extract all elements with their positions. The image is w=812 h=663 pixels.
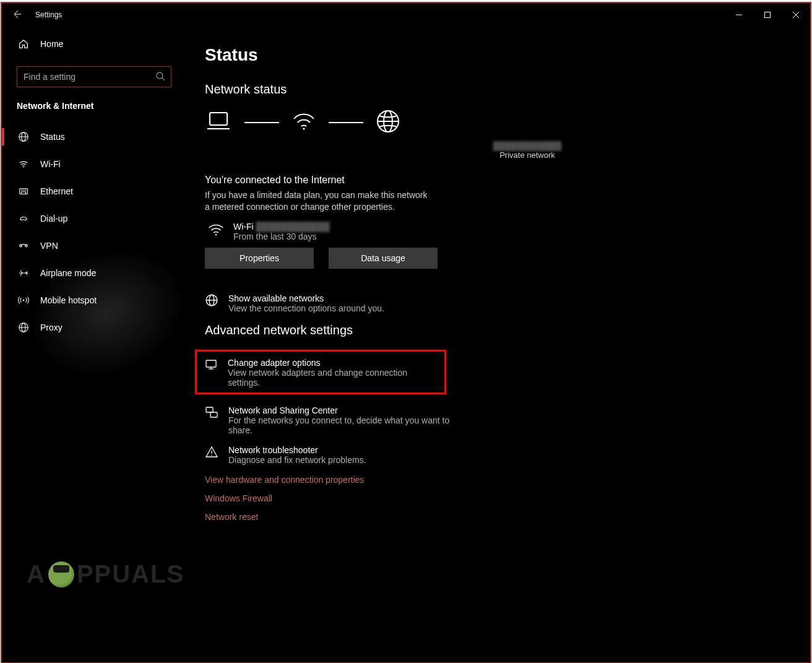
- sidebar-item-label: Airplane mode: [40, 268, 96, 278]
- svg-point-4: [157, 72, 163, 79]
- network-status-heading: Network status: [205, 82, 810, 97]
- back-button[interactable]: [6, 9, 28, 21]
- window-title: Settings: [35, 11, 62, 19]
- airplane-icon: [17, 267, 30, 279]
- troubleshoot-desc: Diagnose and fix network problems.: [228, 455, 366, 465]
- show-available-desc: View the connection options around you.: [228, 303, 384, 313]
- globe-icon: [17, 131, 30, 142]
- svg-rect-23: [210, 113, 227, 125]
- home-nav[interactable]: Home: [2, 30, 186, 58]
- sidebar-item-label: Proxy: [40, 323, 63, 332]
- maximize-button[interactable]: [753, 3, 782, 27]
- sidebar-item-wifi[interactable]: Wi-Fi: [2, 150, 186, 178]
- titlebar-left: Settings: [6, 9, 62, 21]
- wifi-label: Wi-Fi: [233, 222, 254, 232]
- search-wrap: [17, 66, 171, 87]
- wifi-icon: [207, 223, 225, 240]
- link-network-reset[interactable]: Network reset: [205, 512, 810, 522]
- ethernet-icon: [17, 186, 30, 197]
- sidebar-item-ethernet[interactable]: Ethernet: [2, 178, 186, 205]
- page-title: Status: [205, 45, 810, 65]
- dialup-icon: [17, 213, 30, 224]
- svg-point-38: [211, 454, 212, 456]
- window-controls: [725, 3, 810, 27]
- category-label: Network & Internet: [2, 100, 186, 117]
- sidebar-item-dialup[interactable]: Dial-up: [2, 205, 186, 232]
- network-diagram: [205, 109, 810, 136]
- wifi-ssid-blurred: ████████████: [256, 222, 330, 232]
- svg-point-24: [303, 128, 304, 129]
- advanced-heading: Advanced network settings: [205, 323, 810, 337]
- svg-line-5: [162, 78, 165, 80]
- diagram-line: [329, 122, 363, 124]
- svg-rect-32: [206, 360, 216, 367]
- sidebar-item-label: Dial-up: [40, 214, 67, 223]
- show-available-title: Show available networks: [228, 293, 384, 303]
- wifi-subtext: From the last 30 days: [233, 232, 330, 241]
- change-adapter-title: Change adapter options: [228, 358, 437, 368]
- change-adapter-desc: View network adapters and change connect…: [228, 368, 437, 388]
- svg-rect-35: [206, 407, 213, 412]
- sidebar-item-proxy[interactable]: Proxy: [2, 314, 186, 341]
- svg-rect-10: [20, 189, 28, 194]
- content: Status Network status ████████████ Priva…: [186, 27, 810, 662]
- connected-desc: If you have a limited data plan, you can…: [205, 189, 428, 213]
- settings-window: Settings Home: [1, 2, 811, 663]
- watermark-logo-icon: [48, 561, 74, 587]
- svg-point-19: [23, 300, 25, 301]
- sidebar: Home Network & Internet Status: [2, 27, 186, 662]
- sidebar-item-label: VPN: [40, 241, 58, 251]
- adapter-icon: [204, 358, 218, 374]
- wifi-row: Wi-Fi ████████████ From the last 30 days: [205, 222, 810, 241]
- sidebar-item-hotspot[interactable]: Mobile hotspot: [2, 287, 186, 314]
- sidebar-item-status[interactable]: Status: [2, 123, 186, 150]
- network-troubleshooter[interactable]: Network troubleshooter Diagnose and fix …: [205, 445, 465, 465]
- globe-diagram-icon: [376, 109, 400, 136]
- svg-rect-36: [210, 412, 217, 417]
- data-usage-button[interactable]: Data usage: [329, 248, 438, 269]
- network-name-blurred: ████████████: [244, 141, 810, 150]
- sharing-desc: For the networks you connect to, decide …: [228, 415, 465, 435]
- sharing-title: Network and Sharing Center: [228, 405, 465, 415]
- diagram-line: [244, 122, 279, 124]
- home-icon: [17, 38, 30, 50]
- troubleshoot-title: Network troubleshooter: [228, 445, 366, 455]
- link-windows-firewall[interactable]: Windows Firewall: [205, 493, 810, 503]
- sidebar-item-label: Mobile hotspot: [40, 295, 97, 305]
- highlight-annotation: Change adapter options View network adap…: [195, 350, 446, 394]
- close-button[interactable]: [782, 3, 810, 27]
- properties-button[interactable]: Properties: [205, 248, 314, 269]
- sidebar-item-label: Status: [40, 132, 65, 142]
- svg-point-9: [23, 167, 24, 168]
- wifi-icon: [17, 158, 30, 170]
- laptop-icon: [205, 110, 232, 135]
- svg-rect-11: [21, 192, 25, 194]
- sharing-icon: [205, 405, 218, 422]
- titlebar: Settings: [2, 3, 810, 27]
- proxy-icon: [17, 322, 30, 333]
- hotspot-icon: [17, 295, 30, 306]
- wifi-text: Wi-Fi ████████████ From the last 30 days: [233, 222, 330, 241]
- network-sharing-center[interactable]: Network and Sharing Center For the netwo…: [205, 405, 465, 435]
- diagram-labels: ████████████ Private network: [244, 141, 810, 160]
- show-available-networks[interactable]: Show available networks View the connect…: [205, 293, 465, 313]
- change-adapter-options[interactable]: Change adapter options View network adap…: [204, 358, 437, 388]
- sidebar-item-label: Ethernet: [40, 186, 73, 196]
- watermark: APPUALS: [27, 560, 184, 588]
- connected-title: You're connected to the Internet: [205, 175, 810, 186]
- vpn-icon: [17, 240, 30, 251]
- body: Home Network & Internet Status: [2, 27, 810, 662]
- sidebar-item-airplane[interactable]: Airplane mode: [2, 259, 186, 287]
- minimize-button[interactable]: [725, 3, 753, 27]
- warning-icon: [205, 445, 218, 461]
- search-icon: [155, 71, 165, 84]
- search-input[interactable]: [17, 66, 171, 87]
- home-label: Home: [40, 39, 63, 49]
- wifi-diagram-icon: [292, 110, 316, 135]
- sidebar-item-label: Wi-Fi: [40, 159, 61, 169]
- network-type-label: Private network: [244, 150, 810, 160]
- svg-rect-1: [765, 12, 771, 18]
- sidebar-item-vpn[interactable]: VPN: [2, 232, 186, 259]
- svg-point-28: [215, 233, 217, 235]
- link-hardware-properties[interactable]: View hardware and connection properties: [205, 475, 810, 485]
